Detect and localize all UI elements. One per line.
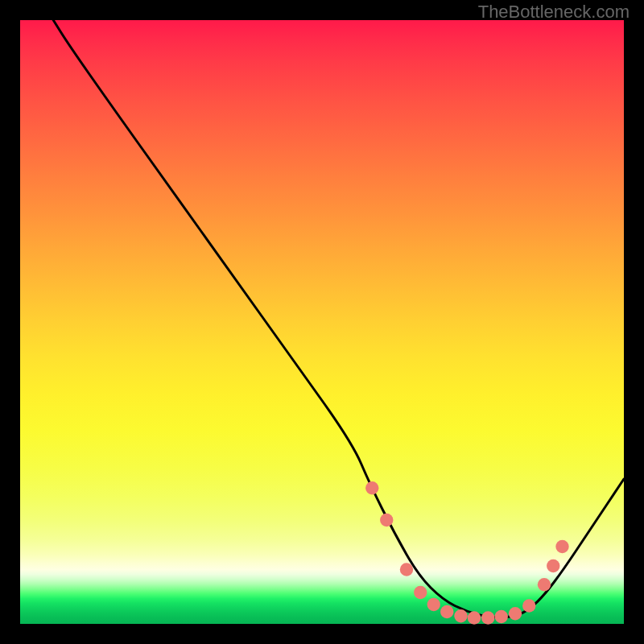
valley-dot bbox=[495, 610, 508, 623]
valley-dot bbox=[555, 540, 568, 553]
valley-dot bbox=[522, 599, 535, 612]
valley-dot bbox=[538, 578, 551, 591]
chart-overlay bbox=[20, 20, 624, 624]
chart-container: TheBottleneck.com bbox=[0, 0, 644, 644]
valley-dot bbox=[440, 605, 453, 618]
valley-dots bbox=[365, 481, 569, 625]
valley-dot bbox=[509, 607, 522, 620]
valley-dot bbox=[547, 559, 559, 572]
valley-dot bbox=[365, 481, 378, 494]
valley-dot bbox=[380, 514, 393, 526]
valley-dot bbox=[481, 611, 494, 624]
watermark-text: TheBottleneck.com bbox=[478, 2, 630, 23]
bottleneck-curve bbox=[53, 20, 624, 617]
plot-area bbox=[20, 20, 624, 624]
bottleneck-curve-path bbox=[53, 20, 624, 617]
valley-dot bbox=[454, 609, 467, 622]
valley-dot bbox=[400, 563, 413, 576]
valley-dot bbox=[414, 586, 427, 599]
valley-dot bbox=[427, 598, 440, 611]
valley-dot bbox=[468, 611, 481, 624]
